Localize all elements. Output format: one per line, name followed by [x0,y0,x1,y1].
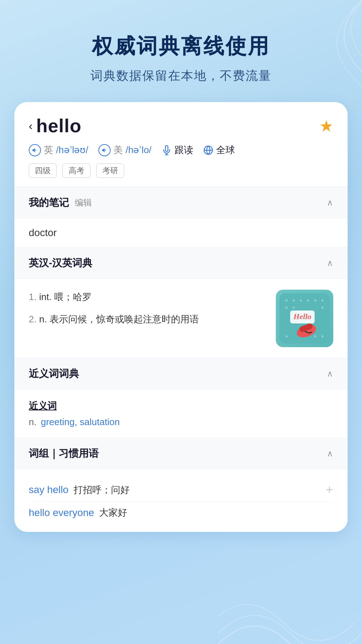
dictionary-title: 英汉-汉英词典 [29,256,92,270]
synonym-pos: n. [29,417,37,428]
synonyms-collapse-icon[interactable]: ∧ [327,369,333,379]
svg-point-8 [314,299,316,302]
phrases-section-header: 词组｜习惯用语 ∧ [14,438,348,469]
american-audio-icon[interactable] [98,144,111,156]
definition-item-2: 2. n. 表示问候，惊奇或唤起注意时的用语 [29,312,269,327]
global-button[interactable]: 全球 [203,144,235,156]
word-back[interactable]: ‹ hello [29,115,82,137]
phonetics-row: 英 /həˈləʊ/ 美 /həˈlo/ [29,144,333,156]
bookmark-star-icon[interactable]: ★ [319,117,333,135]
phrase-word-2[interactable]: hello everyone [29,507,94,519]
phrase-add-icon-1[interactable]: + [326,482,333,497]
def-content-1: int. 喂；哈罗 [39,291,92,302]
american-ipa: /həˈlo/ [126,144,152,156]
word-row: ‹ hello ★ [29,115,333,137]
phrase-meaning-1: 打招呼；问好 [74,484,130,496]
tag-gaokao: 高考 [62,164,90,178]
dictionary-section-header: 英汉-汉英词典 ∧ [14,247,348,279]
british-label: 英 [44,144,53,156]
svg-point-11 [293,307,295,309]
def-number-1: 1. [29,291,37,302]
definitions-list: 1. int. 喂；哈罗 2. n. 表示问候，惊奇或唤起注意时的用语 [29,290,269,334]
british-phonetic[interactable]: 英 /həˈləʊ/ [29,144,88,156]
british-ipa: /həˈləʊ/ [56,144,88,156]
word-display: hello [36,115,82,137]
synonym-row: n. greeting, salutation [29,417,333,428]
phrases-collapse-icon[interactable]: ∧ [327,448,333,459]
dictionary-content: 1. int. 喂；哈罗 2. n. 表示问候，惊奇或唤起注意时的用语 [14,279,348,358]
definition-text-1: 1. int. 喂；哈罗 [29,291,92,302]
word-header: ‹ hello ★ 英 /həˈləʊ/ [14,102,348,187]
definition-text-2: 2. n. 表示问候，惊奇或唤起注意时的用语 [29,314,199,325]
hello-illustration: Hello [276,290,333,347]
svg-point-5 [293,299,295,302]
header-title: 权威词典离线使用 [22,32,340,60]
definition-item-1: 1. int. 喂；哈罗 [29,290,269,305]
phrase-word-1[interactable]: say hello [29,484,69,496]
american-phonetic[interactable]: 美 /həˈlo/ [98,144,152,156]
tag-cet4: 四级 [29,164,57,178]
hello-telephone-svg: Hello [279,293,330,344]
back-chevron-icon[interactable]: ‹ [29,119,33,133]
phrases-title: 词组｜习惯用语 [29,447,99,460]
svg-point-6 [300,299,302,302]
british-audio-icon[interactable] [29,144,41,156]
tags-row: 四级 高考 考研 [29,164,333,178]
svg-point-4 [286,299,288,302]
phrase-left-2: hello everyone 大家好 [29,506,127,519]
phrase-left-1: say hello 打招呼；问好 [29,484,130,496]
notes-section-header: 我的笔记 编辑 ∧ [14,187,348,218]
synonyms-title: 近义词词典 [29,367,79,381]
header-subtitle: 词典数据保留在本地，不费流量 [22,68,340,84]
synonyms-section-header: 近义词词典 ∧ [14,358,348,389]
svg-point-14 [314,335,316,337]
global-label: 全球 [216,144,235,156]
svg-point-7 [307,299,309,302]
svg-point-15 [321,335,324,337]
synonyms-content: 近义词 n. greeting, salutation [14,389,348,438]
phrases-content: say hello 打招呼；问好 + hello everyone 大家好 [14,469,348,532]
svg-point-12 [321,307,324,309]
def-content-2: n. 表示问候，惊奇或唤起注意时的用语 [39,314,199,325]
synonym-words: greeting, salutation [41,417,120,428]
american-label: 美 [113,144,123,156]
tag-kaoyan: 考研 [96,164,124,178]
dictionary-card: ‹ hello ★ 英 /həˈləʊ/ [14,102,348,532]
follow-read-button[interactable]: 跟读 [162,144,193,156]
notes-content: doctor [14,218,348,247]
svg-point-10 [286,307,288,309]
svg-point-13 [286,335,288,337]
notes-edit-button[interactable]: 编辑 [75,197,92,208]
phrase-item-1: say hello 打招呼；问好 + [29,478,333,502]
def-number-2: 2. [29,314,37,325]
notes-title-row: 我的笔记 编辑 [29,196,92,210]
note-text: doctor [29,227,57,238]
follow-read-label: 跟读 [175,144,193,156]
notes-title: 我的笔记 [29,196,69,210]
header-section: 权威词典离线使用 词典数据保留在本地，不费流量 [0,0,362,102]
svg-text:Hello: Hello [293,312,311,321]
phrase-item-2: hello everyone 大家好 [29,502,333,523]
notes-collapse-icon[interactable]: ∧ [327,198,333,208]
svg-point-9 [321,299,324,302]
phrase-meaning-2: 大家好 [99,506,127,519]
dictionary-collapse-icon[interactable]: ∧ [327,258,333,268]
synonym-section-label: 近义词 [29,400,333,412]
